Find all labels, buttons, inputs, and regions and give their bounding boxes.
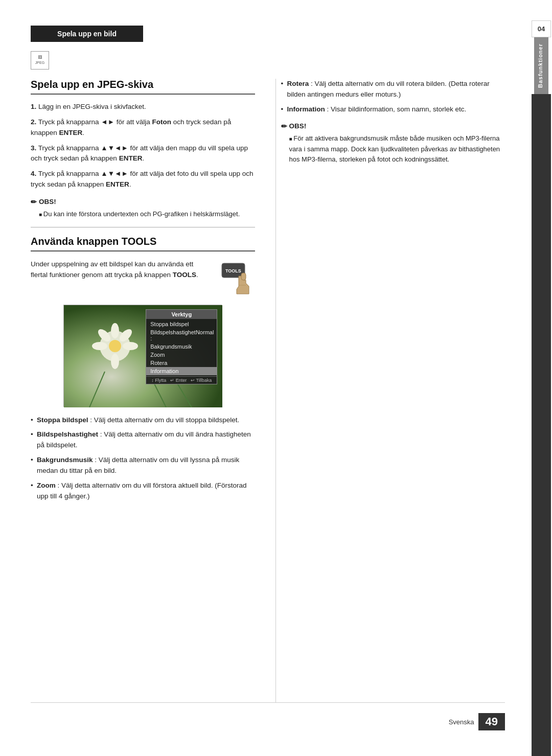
menu-item-hastighet[interactable]: Bildspelshastighet : Normal	[146, 328, 217, 342]
main-content: Spela upp en bild 🖼JPEG Spela upp en JPE…	[0, 0, 531, 756]
chapter-label: Basfunktioner	[534, 37, 548, 94]
pencil-icon-right: ✏	[281, 122, 287, 130]
menu-item-stoppa[interactable]: Stoppa bildspel	[146, 320, 217, 328]
menu-screenshot-container: Verktyg Stoppa bildspel Bildspelshastigh…	[63, 305, 222, 407]
obs-section-1: ✏ OBS! Du kan inte förstora undertexten …	[31, 198, 255, 220]
tools-intro: Under uppspelning av ett bildspel kan du…	[31, 259, 255, 296]
page-footer: Svenska 49	[31, 702, 505, 730]
divider	[31, 227, 255, 227]
pencil-icon: ✏	[31, 198, 37, 206]
jpeg-icon: 🖼JPEG	[31, 51, 49, 70]
menu-items-list: Stoppa bildspel Bildspelshastighet : Nor…	[146, 319, 217, 376]
tools-bullet-list: Stoppa bildspel : Välj detta alternativ …	[31, 415, 255, 502]
tools-section: Använda knappen TOOLS Under uppspelning …	[31, 236, 255, 502]
bullet-hastighet: Bildspelshastighet : Välj detta alternat…	[31, 429, 255, 451]
section1-title: Spela upp en JPEG-skiva	[31, 79, 255, 95]
section2-title: Använda knappen TOOLS	[31, 236, 255, 251]
obs-item-right-1: För att aktivera bakgrundsmusik måste bå…	[289, 133, 505, 165]
right-sidebar: 04 Basfunktioner	[531, 0, 552, 756]
menu-item-rotera[interactable]: Rotera	[146, 359, 217, 367]
obs-section-right: ✏ OBS! För att aktivera bakgrundsmusik m…	[281, 122, 505, 165]
step-2: 2. Tryck på knapparna ◄► för att välja F…	[31, 117, 255, 138]
footer-page-number: 49	[478, 713, 505, 730]
svg-point-5	[109, 340, 121, 352]
svg-point-9	[123, 342, 138, 350]
svg-point-7	[111, 354, 119, 369]
two-col-layout: Spela upp en JPEG-skiva 1. Lägg in en JP…	[31, 79, 505, 702]
svg-point-8	[92, 342, 107, 350]
right-column: Rotera : Välj detta alternativ om du vil…	[275, 79, 505, 702]
menu-title: Verktyg	[146, 310, 217, 319]
page-container: Spela upp en bild 🖼JPEG Spela upp en JPE…	[0, 0, 552, 756]
bullet-rotera: Rotera : Välj detta alternativ om du vil…	[281, 79, 505, 100]
tools-intro-text: Under uppspelning av ett bildspel kan du…	[31, 259, 209, 281]
menu-screenshot: Verktyg Stoppa bildspel Bildspelshastigh…	[63, 305, 222, 407]
menu-item-zoom[interactable]: Zoom	[146, 351, 217, 359]
bullet-bakgrundsmusik: Bakgrundsmusik : Välj detta alternativ o…	[31, 455, 255, 476]
step-3: 3. Tryck på knapparna ▲▼◄► för att välja…	[31, 143, 255, 164]
menu-footer: ↕ Flytta ↵ Enter ↩ Tillbaka	[146, 376, 217, 384]
svg-point-6	[111, 323, 119, 338]
bullet-information: Information : Visar bildinformation, som…	[281, 104, 505, 115]
chapter-number: 04	[532, 20, 551, 37]
tools-menu-overlay: Verktyg Stoppa bildspel Bildspelshastigh…	[146, 309, 217, 384]
steps-list: 1. Lägg in en JPEG-skiva i skivfacket. 2…	[31, 102, 255, 190]
menu-item-bakgrundsmusik[interactable]: Bakgrundsmusik	[146, 342, 217, 351]
header-box-title: Spela upp en bild	[31, 26, 143, 42]
step-4: 4. Tryck på knapparna ▲▼◄► för att välja…	[31, 169, 255, 190]
svg-rect-2	[241, 273, 246, 280]
tools-button-illustration: TOOLS	[219, 261, 255, 296]
obs-item-1: Du kan inte förstora undertexten och PG-…	[39, 209, 255, 220]
bullet-stoppa: Stoppa bildspel : Välj detta alternativ …	[31, 415, 255, 426]
step-1: 1. Lägg in en JPEG-skiva i skivfacket.	[31, 102, 255, 112]
menu-item-information[interactable]: Information	[146, 367, 217, 375]
sidebar-black-block	[532, 94, 551, 756]
svg-text:TOOLS: TOOLS	[225, 268, 241, 273]
footer-language: Svenska	[449, 718, 474, 726]
right-bullet-list: Rotera : Välj detta alternativ om du vil…	[281, 79, 505, 115]
left-column: Spela upp en JPEG-skiva 1. Lägg in en JP…	[31, 79, 260, 702]
bullet-zoom: Zoom : Välj detta alternativ om du vill …	[31, 480, 255, 502]
